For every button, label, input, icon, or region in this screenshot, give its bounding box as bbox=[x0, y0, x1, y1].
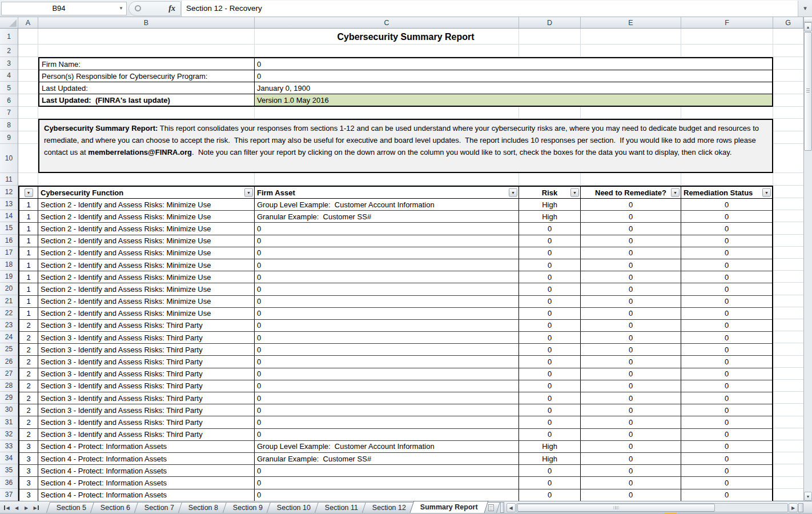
cell-D36[interactable]: 0 bbox=[519, 477, 581, 488]
cell-B18[interactable]: Section 2 - Identify and Assess Risks: M… bbox=[38, 259, 255, 271]
cell-F24[interactable]: 0 bbox=[681, 332, 772, 343]
tab-section-8[interactable]: Section 8 bbox=[178, 502, 228, 513]
cell-D30[interactable]: 0 bbox=[519, 404, 581, 416]
cell-B30[interactable]: Section 3 - Identify and Assess Risks: T… bbox=[38, 404, 255, 416]
cell-F17[interactable]: 0 bbox=[681, 247, 772, 259]
cell-A28[interactable]: 2 bbox=[19, 380, 38, 392]
select-all-button[interactable] bbox=[0, 17, 18, 28]
row-header-11[interactable]: 11 bbox=[0, 173, 18, 186]
row-header-19[interactable]: 19 bbox=[0, 271, 18, 283]
cell-B33[interactable]: Section 4 - Protect: Information Assets bbox=[38, 441, 255, 452]
row-header-17[interactable]: 17 bbox=[0, 247, 18, 259]
cell-B13[interactable]: Section 2 - Identify and Assess Risks: M… bbox=[38, 199, 255, 210]
cell-F15[interactable]: 0 bbox=[681, 223, 772, 234]
cell-E32[interactable]: 0 bbox=[581, 429, 681, 440]
row-header-37[interactable]: 37 bbox=[0, 489, 18, 501]
cell-F30[interactable]: 0 bbox=[681, 404, 772, 416]
scroll-left-button[interactable]: ◀ bbox=[507, 503, 516, 512]
cell-E15[interactable]: 0 bbox=[581, 223, 681, 234]
cell-D24[interactable]: 0 bbox=[519, 332, 581, 343]
cell-name-box[interactable]: B94 ▼ bbox=[1, 2, 127, 15]
row-header-13[interactable]: 13 bbox=[0, 198, 18, 210]
scrollbar-splitter-handle[interactable] bbox=[798, 503, 803, 512]
cell-C13[interactable]: Group Level Example: Customer Account In… bbox=[255, 199, 519, 210]
cell-E36[interactable]: 0 bbox=[581, 477, 681, 488]
insert-function-icon[interactable]: fx bbox=[168, 4, 175, 13]
cell-B23[interactable]: Section 3 - Identify and Assess Risks: T… bbox=[38, 320, 255, 331]
cell-A26[interactable]: 2 bbox=[19, 356, 38, 367]
cell-D18[interactable]: 0 bbox=[519, 259, 581, 271]
cell-F14[interactable]: 0 bbox=[681, 211, 772, 222]
cell-A30[interactable]: 2 bbox=[19, 404, 38, 416]
cell-C33[interactable]: Group Level Example: Customer Account In… bbox=[255, 441, 519, 452]
cell-C29[interactable]: 0 bbox=[255, 392, 519, 404]
row-header-14[interactable]: 14 bbox=[0, 210, 18, 222]
cell-D28[interactable]: 0 bbox=[519, 380, 581, 392]
cell-A18[interactable]: 1 bbox=[19, 259, 38, 271]
cell-F35[interactable]: 0 bbox=[681, 465, 772, 476]
cell-E17[interactable]: 0 bbox=[581, 247, 681, 259]
cell-B37[interactable]: Section 4 - Protect: Information Assets bbox=[38, 489, 255, 501]
cell-A16[interactable]: 1 bbox=[19, 235, 38, 247]
cell-E31[interactable]: 0 bbox=[581, 416, 681, 428]
tab-section-7[interactable]: Section 7 bbox=[134, 502, 184, 513]
cell-E21[interactable]: 0 bbox=[581, 296, 681, 307]
info-value[interactable]: Version 1.0 May 2016 bbox=[255, 94, 772, 106]
row-header-18[interactable]: 18 bbox=[0, 259, 18, 271]
cell-D15[interactable]: 0 bbox=[519, 223, 581, 234]
cell-E27[interactable]: 0 bbox=[581, 368, 681, 380]
row-header-34[interactable]: 34 bbox=[0, 452, 18, 464]
tab-next-button[interactable]: ▶ bbox=[22, 504, 31, 512]
cell-B29[interactable]: Section 3 - Identify and Assess Risks: T… bbox=[38, 392, 255, 404]
row-header-26[interactable]: 26 bbox=[0, 356, 18, 368]
tab-prev-button[interactable]: ◀ bbox=[12, 504, 21, 512]
tab-last-button[interactable]: ▶ bbox=[31, 504, 41, 512]
cell-F21[interactable]: 0 bbox=[681, 296, 772, 307]
row-header-27[interactable]: 27 bbox=[0, 368, 18, 380]
cell-F19[interactable]: 0 bbox=[681, 271, 772, 283]
cell-F31[interactable]: 0 bbox=[681, 416, 772, 428]
cell-D16[interactable]: 0 bbox=[519, 235, 581, 247]
cell-D29[interactable]: 0 bbox=[519, 392, 581, 404]
cell-F13[interactable]: 0 bbox=[681, 199, 772, 210]
tab-section-9[interactable]: Section 9 bbox=[222, 502, 272, 513]
row-header-32[interactable]: 32 bbox=[0, 428, 18, 440]
cell-D27[interactable]: 0 bbox=[519, 368, 581, 380]
cell-A23[interactable]: 2 bbox=[19, 320, 38, 331]
cell-A24[interactable]: 2 bbox=[19, 332, 38, 343]
vertical-scroll-track[interactable] bbox=[804, 31, 812, 492]
scroll-up-button[interactable]: ▲ bbox=[804, 22, 812, 31]
formula-input[interactable]: Section 12 - Recovery bbox=[181, 1, 798, 17]
horizontal-scroll-track[interactable] bbox=[516, 503, 788, 512]
row-header-10[interactable]: 10 bbox=[0, 144, 18, 173]
row-header-25[interactable]: 25 bbox=[0, 343, 18, 355]
scroll-right-button[interactable]: ▶ bbox=[789, 503, 798, 512]
cell-E25[interactable]: 0 bbox=[581, 344, 681, 355]
row-header-2[interactable]: 2 bbox=[0, 45, 18, 57]
cell-A20[interactable]: 1 bbox=[19, 283, 38, 295]
row-header-30[interactable]: 30 bbox=[0, 404, 18, 416]
cell-E13[interactable]: 0 bbox=[581, 199, 681, 210]
vertical-split-box[interactable] bbox=[804, 17, 812, 22]
tab-section-11[interactable]: Section 11 bbox=[315, 502, 368, 513]
cell-B19[interactable]: Section 2 - Identify and Assess Risks: M… bbox=[38, 271, 255, 283]
cell-C14[interactable]: Granular Example: Customer SS# bbox=[255, 211, 519, 222]
cell-F36[interactable]: 0 bbox=[681, 477, 772, 488]
info-value[interactable]: 0 bbox=[255, 58, 772, 70]
scroll-down-button[interactable]: ▼ bbox=[804, 492, 812, 501]
name-box-dropdown-icon[interactable]: ▼ bbox=[116, 6, 126, 11]
cell-B34[interactable]: Section 4 - Protect: Information Assets bbox=[38, 453, 255, 464]
row-header-7[interactable]: 7 bbox=[0, 107, 18, 119]
cell-A17[interactable]: 1 bbox=[19, 247, 38, 259]
cell-D19[interactable]: 0 bbox=[519, 271, 581, 283]
cell-C17[interactable]: 0 bbox=[255, 247, 519, 259]
cell-E24[interactable]: 0 bbox=[581, 332, 681, 343]
cell-A15[interactable]: 1 bbox=[19, 223, 38, 234]
cell-C37[interactable]: 0 bbox=[255, 489, 519, 501]
tab-splitter-handle[interactable] bbox=[500, 502, 504, 513]
cell-D23[interactable]: 0 bbox=[519, 320, 581, 331]
vertical-scroll-thumb[interactable] bbox=[804, 32, 812, 151]
autofilter-dropdown-icon[interactable]: ▼ bbox=[25, 188, 33, 197]
cell-A13[interactable]: 1 bbox=[19, 199, 38, 210]
formula-bar-expand-icon[interactable]: ▾ bbox=[798, 1, 812, 17]
